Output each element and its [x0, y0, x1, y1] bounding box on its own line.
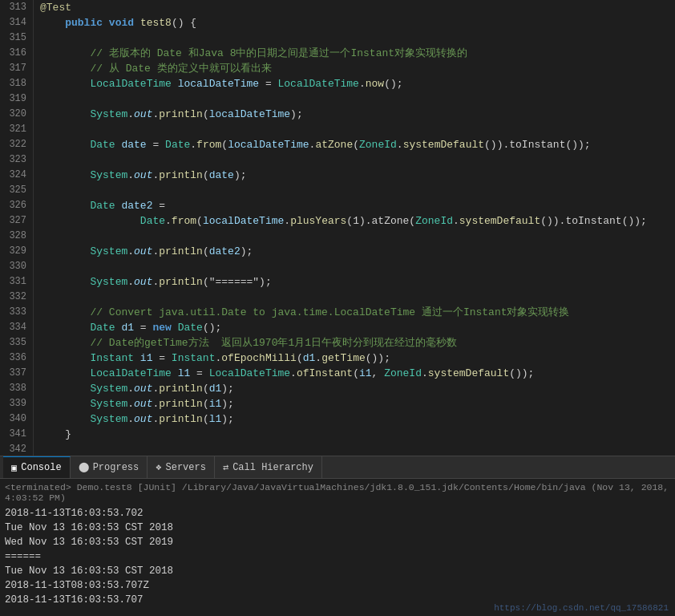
code-line: System.out.println(l1); — [40, 411, 669, 427]
line-number: 315 — [3, 30, 26, 46]
panel-content[interactable]: <terminated> Demo.test8 [JUnit] /Library… — [0, 479, 675, 616]
code-line — [40, 152, 669, 168]
code-line: // 从 Date 类的定义中就可以看出来 — [40, 61, 669, 76]
code-line: Date date2 = — [40, 198, 669, 213]
line-number: 329 — [3, 244, 26, 259]
line-number: 332 — [3, 290, 26, 305]
code-line: @Test — [40, 0, 669, 15]
line-number: 342 — [3, 442, 26, 456]
line-number: 340 — [3, 411, 26, 427]
code-line — [40, 259, 669, 274]
console-output-line: ====== — [5, 549, 670, 564]
line-number: 327 — [3, 213, 26, 229]
line-number: 333 — [3, 305, 26, 320]
watermark: https://blog.csdn.net/qq_17586821 — [494, 603, 669, 613]
console-tab-icon: ▣ — [11, 462, 17, 474]
call-hierarchy-tab-icon: ⇄ — [223, 461, 228, 473]
line-number: 319 — [3, 91, 26, 107]
code-line: Date d1 = new Date(); — [40, 320, 669, 335]
line-number: 328 — [3, 229, 26, 244]
code-line: LocalDateTime localDateTime = LocalDateT… — [40, 76, 669, 91]
code-line — [40, 91, 669, 107]
code-line — [40, 30, 669, 46]
code-line — [40, 290, 669, 305]
call-hierarchy-tab-label: Call Hierarchy — [232, 462, 313, 473]
console-output-line: Wed Nov 13 16:03:53 CST 2019 — [5, 535, 670, 549]
code-line — [40, 442, 669, 456]
code-line: // Date的getTime方法 返回从1970年1月1日午夜时分到现在经过的… — [40, 335, 669, 351]
line-number: 316 — [3, 46, 26, 61]
bottom-panel: ▣Console⬤Progress❖Servers⇄Call Hierarchy… — [0, 456, 675, 616]
code-area: 3133143153163173183193203213223233243253… — [0, 0, 675, 456]
line-number: 324 — [3, 168, 26, 183]
console-output-line: 2018-11-13T16:03:53.702 — [5, 506, 670, 521]
line-number: 341 — [3, 427, 26, 442]
line-number: 337 — [3, 366, 26, 381]
line-number: 317 — [3, 61, 26, 76]
line-number: 323 — [3, 152, 26, 168]
servers-tab-icon: ❖ — [156, 461, 161, 473]
panel-tabs: ▣Console⬤Progress❖Servers⇄Call Hierarchy — [0, 456, 675, 479]
code-line: // 老版本的 Date 和Java 8中的日期之间是通过一个Instant对象… — [40, 46, 669, 61]
code-line: Instant i1 = Instant.ofEpochMilli(d1.get… — [40, 351, 669, 366]
line-number: 338 — [3, 381, 26, 396]
progress-tab-label: Progress — [93, 462, 139, 473]
line-number: 314 — [3, 15, 26, 30]
code-line: System.out.println(date); — [40, 168, 669, 183]
console-output-line: Tue Nov 13 16:03:53 CST 2018 — [5, 564, 670, 578]
code-line: // Convert java.util.Date to java.time.L… — [40, 305, 669, 320]
line-number: 313 — [3, 0, 26, 15]
code-line: System.out.println(date2); — [40, 244, 669, 259]
code-line: } — [40, 427, 669, 442]
code-line: LocalDateTime l1 = LocalDateTime.ofInsta… — [40, 366, 669, 381]
line-number: 334 — [3, 320, 26, 335]
console-output-line: 2018-11-13T08:03:53.707Z — [5, 578, 670, 593]
code-line — [40, 229, 669, 244]
panel-tab-console[interactable]: ▣Console — [3, 456, 71, 478]
line-number: 335 — [3, 335, 26, 351]
line-number: 322 — [3, 137, 26, 152]
code-line: Date.from(localDateTime.plusYears(1).atZ… — [40, 213, 669, 229]
code-line: System.out.println(d1); — [40, 381, 669, 396]
line-number: 321 — [3, 122, 26, 137]
code-line: Date date = Date.from(localDateTime.atZo… — [40, 137, 669, 152]
console-output: 2018-11-13T16:03:53.702Tue Nov 13 16:03:… — [5, 506, 670, 607]
line-number: 331 — [3, 274, 26, 290]
servers-tab-label: Servers — [166, 462, 206, 473]
panel-tab-progress[interactable]: ⬤Progress — [71, 456, 148, 478]
progress-tab-icon: ⬤ — [79, 461, 89, 473]
code-line: System.out.println(i1); — [40, 396, 669, 411]
code-line: System.out.println("======"); — [40, 274, 669, 290]
code-editor: 3133143153163173183193203213223233243253… — [0, 0, 675, 456]
code-lines[interactable]: @Test public void test8() { // 老版本的 Date… — [34, 0, 675, 456]
line-number: 320 — [3, 107, 26, 122]
line-number: 330 — [3, 259, 26, 274]
code-line: public void test8() { — [40, 15, 669, 30]
code-line — [40, 122, 669, 137]
line-number: 326 — [3, 198, 26, 213]
panel-tab-call-hierarchy[interactable]: ⇄Call Hierarchy — [215, 456, 322, 478]
line-numbers: 3133143153163173183193203213223233243253… — [0, 0, 34, 456]
code-line: System.out.println(localDateTime); — [40, 107, 669, 122]
console-output-line: Tue Nov 13 16:03:53 CST 2018 — [5, 521, 670, 535]
console-tab-label: Console — [21, 462, 61, 473]
line-number: 325 — [3, 183, 26, 198]
line-number: 318 — [3, 76, 26, 91]
line-number: 336 — [3, 351, 26, 366]
panel-tab-servers[interactable]: ❖Servers — [148, 456, 215, 478]
line-number: 339 — [3, 396, 26, 411]
code-line — [40, 183, 669, 198]
console-header: <terminated> Demo.test8 [JUnit] /Library… — [5, 480, 670, 506]
